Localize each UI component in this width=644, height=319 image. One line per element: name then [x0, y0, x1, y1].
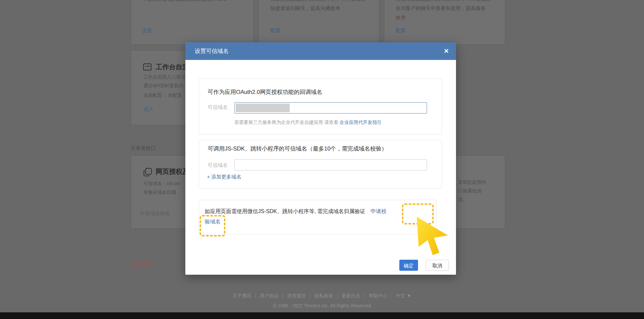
card-text-line: 将应用页面配置到聊天附件栏中，方便成员: [270, 0, 365, 4]
workbench-card-text: 通过API实时更新内: [143, 81, 185, 90]
apply-verify-link-part1[interactable]: 申请校: [371, 208, 387, 214]
footer-link-changelog[interactable]: 更新日志: [342, 293, 360, 298]
modal-header: 设置可信域名 ×: [185, 42, 456, 60]
verify-text: 如应用页面需使用微信JS-SDK、跳转小程序等, 需完成域名归属验证: [205, 208, 365, 214]
cancel-button[interactable]: 取消: [426, 260, 449, 271]
oauth-section-heading: 可作为应用OAuth2.0网页授权功能的回调域名: [208, 88, 322, 96]
jssdk-section-heading: 可调用JS-SDK、跳转小程序的可信域名（最多10个，需完成域名校验）: [208, 145, 387, 153]
workbench-icon: [143, 63, 152, 71]
partial-card-text: 非审批应用内: [458, 178, 486, 186]
cursor-arrow-icon: [416, 216, 449, 255]
trusted-domain-label: 可信域名: [208, 104, 228, 111]
delete-app-link[interactable]: 删除应用: [131, 261, 151, 268]
web-auth-icon: [143, 168, 152, 176]
copyright-text: © 1998 - 2022 Tencent Inc. All Rights Re…: [0, 303, 644, 308]
footer-separator: |: [309, 293, 311, 298]
oauth-callback-section: 可作为应用OAuth2.0网页授权功能的回调域名 可信域名 若需要第三方服务商为…: [199, 79, 442, 135]
footer-link-user-agreement[interactable]: 用户协议: [260, 293, 279, 298]
workbench-enter-link[interactable]: 进入: [143, 106, 153, 113]
web-auth-status: 未验证域名归属，: [143, 188, 181, 196]
workbench-card-text: 工作台应用入口展示: [143, 73, 185, 81]
footer-separator: |: [255, 293, 256, 298]
footer-separator: |: [391, 293, 392, 298]
add-more-domains-link[interactable]: + 添加更多域名: [207, 174, 241, 180]
hint-text: 若需要第三方服务商为企业代开发自建应用 请查看: [234, 120, 338, 125]
confirm-button[interactable]: 确定: [399, 260, 418, 271]
footer-language-selector[interactable]: 中文 ▼: [396, 293, 411, 298]
footer-link-about[interactable]: 关于腾讯: [233, 293, 251, 298]
dev-guide-link[interactable]: 企业应用代开发指引: [340, 120, 382, 125]
web-auth-trusted-domain: 可信域名：chl.onl: [143, 179, 181, 188]
jssdk-domain-section: 可调用JS-SDK、跳转小程序的可信域名（最多10个，需完成域名校验） 可信域名…: [199, 140, 442, 188]
card-text-line: 效率: [396, 13, 491, 22]
chat-toolbar-config-link[interactable]: 配置: [396, 28, 406, 34]
close-icon[interactable]: ×: [444, 46, 449, 56]
footer-link-privacy[interactable]: 隐私政策: [314, 293, 333, 298]
highlight-box-verify: [200, 215, 225, 236]
oauth-hint-text: 若需要第三方服务商为企业代开发自建应用 请查看 企业应用代开发指引: [234, 120, 382, 126]
web-auth-card-title: 网页授权及: [156, 167, 189, 176]
chat-toolbar-card: 将应用页面配置到聊天工具栏中，方便成员 在与客户的聊天中查看和使用，提高服务 效…: [384, 0, 505, 45]
footer-separator: |: [282, 293, 284, 298]
oauth-trusted-domain-input[interactable]: [234, 102, 427, 114]
footer-link-help-center[interactable]: 帮助中心: [369, 293, 387, 298]
card-text-line: 可在应用会话的底部配置快捷操作菜单: [142, 0, 227, 4]
partial-card-text: 况。: [458, 195, 486, 204]
jssdk-trusted-domain-input[interactable]: [234, 159, 427, 170]
quick-menu-set-link[interactable]: 设置: [142, 28, 152, 34]
bottom-dark-bar: [0, 312, 644, 319]
page-footer-links: 关于腾讯|用户协议|使用规范|隐私政策|更新日志|帮助中心|中文 ▼: [0, 293, 644, 299]
trusted-domain-label: 可信域名: [208, 162, 228, 168]
quick-menu-card: 可在应用会话的底部配置快捷操作菜单 设置: [131, 0, 254, 45]
domain-verify-section: 如应用页面需使用微信JS-SDK、跳转小程序等, 需完成域名归属验证申请校 验域…: [199, 200, 437, 234]
footer-separator: |: [364, 293, 365, 298]
partial-card-text: 订阅通知消: [458, 186, 486, 195]
workbench-card-title: 工作台自定: [156, 63, 189, 72]
chat-attachment-card: 将应用页面配置到聊天附件栏中，方便成员 快捷发送到聊天，提高沟通效率 配置: [258, 0, 379, 45]
modal-title: 设置可信域名: [195, 42, 229, 60]
redacted-domain-value: [236, 104, 290, 112]
developer-api-section-label: 开发者接口: [131, 145, 156, 152]
card-text-line: 在与客户的聊天中查看和使用，提高服务: [396, 4, 491, 13]
page-background: 可在应用会话的底部配置快捷操作菜单 设置 将应用页面配置到聊天附件栏中，方便成员…: [0, 0, 644, 319]
card-text-line: 将应用页面配置到聊天工具栏中，方便成员: [396, 0, 491, 4]
workbench-card-config-status: 当前配置： 未配置: [143, 91, 185, 100]
footer-separator: |: [337, 293, 338, 298]
verify-text-line1: 如应用页面需使用微信JS-SDK、跳转小程序等, 需完成域名归属验证申请校: [205, 208, 387, 215]
card-text-line: 快捷发送到聊天，提高沟通效率: [270, 4, 365, 13]
apply-domain-verify-link[interactable]: 申请域名校验: [140, 209, 170, 218]
footer-link-usage-rules[interactable]: 使用规范: [287, 293, 306, 298]
set-trusted-domain-modal: 设置可信域名 × 可作为应用OAuth2.0网页授权功能的回调域名 可信域名 若…: [185, 42, 456, 275]
chat-attachment-config-link[interactable]: 配置: [270, 28, 280, 34]
